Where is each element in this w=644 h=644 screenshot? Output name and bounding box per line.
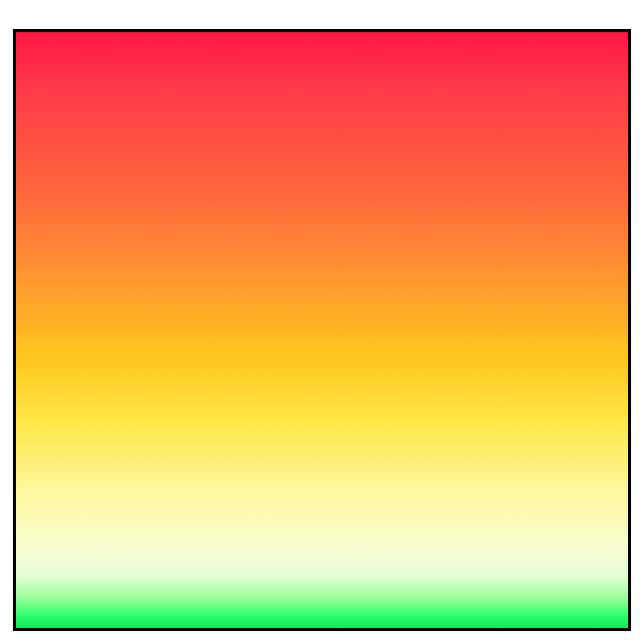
plot-area [13,29,631,631]
bottleneck-curve [16,32,628,628]
chart-frame [0,0,644,644]
